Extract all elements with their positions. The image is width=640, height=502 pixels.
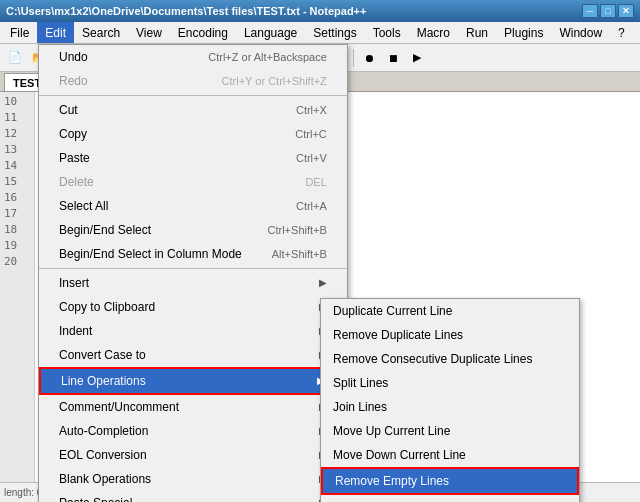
toolbar-macro-stop[interactable]: ⏹	[382, 47, 404, 69]
menu-settings[interactable]: Settings	[305, 22, 364, 43]
menu-help[interactable]: ?	[610, 22, 633, 43]
edit-cut[interactable]: Cut Ctrl+X	[39, 98, 347, 122]
edit-insert[interactable]: Insert ▶	[39, 271, 347, 295]
lo-removeemptyblank[interactable]: Remove Empty Lines (Containing Blank	[321, 495, 579, 502]
menu-plugins[interactable]: Plugins	[496, 22, 551, 43]
toolbar-new[interactable]: 📄	[4, 47, 26, 69]
line-numbers: 1011121314 151617181920	[0, 92, 35, 482]
edit-indent[interactable]: Indent ▶	[39, 319, 347, 343]
edit-copyclipboard[interactable]: Copy to Clipboard ▶	[39, 295, 347, 319]
lo-movedown[interactable]: Move Down Current Line	[321, 443, 579, 467]
edit-autocompletion[interactable]: Auto-Completion ▶	[39, 419, 347, 443]
edit-lineoperations[interactable]: Line Operations ▶	[39, 367, 347, 395]
sep-2	[39, 268, 347, 269]
menu-search[interactable]: Search	[74, 22, 128, 43]
lo-split[interactable]: Split Lines	[321, 371, 579, 395]
menu-file[interactable]: File	[2, 22, 37, 43]
lo-join[interactable]: Join Lines	[321, 395, 579, 419]
menu-window[interactable]: Window	[551, 22, 610, 43]
edit-pastespecial[interactable]: Paste Special ▶	[39, 491, 347, 502]
edit-blank[interactable]: Blank Operations ▶	[39, 467, 347, 491]
lo-moveup[interactable]: Move Up Current Line	[321, 419, 579, 443]
menu-tools[interactable]: Tools	[365, 22, 409, 43]
maximize-button[interactable]: □	[600, 4, 616, 18]
lo-removeempty[interactable]: Remove Empty Lines	[321, 467, 579, 495]
edit-beginend[interactable]: Begin/End Select Ctrl+Shift+B	[39, 218, 347, 242]
edit-dropdown[interactable]: Undo Ctrl+Z or Alt+Backspace Redo Ctrl+Y…	[38, 44, 348, 502]
menu-encoding[interactable]: Encoding	[170, 22, 236, 43]
edit-convertcase[interactable]: Convert Case to ▶	[39, 343, 347, 367]
edit-eol[interactable]: EOL Conversion ▶	[39, 443, 347, 467]
toolbar-macro-play[interactable]: ▶	[406, 47, 428, 69]
title-text: C:\Users\mx1x2\OneDrive\Documents\Test f…	[6, 5, 582, 17]
edit-undo[interactable]: Undo Ctrl+Z or Alt+Backspace	[39, 45, 347, 69]
close-button[interactable]: ✕	[618, 4, 634, 18]
lo-removedupe[interactable]: Remove Duplicate Lines	[321, 323, 579, 347]
lineops-submenu[interactable]: Duplicate Current Line Remove Duplicate …	[320, 298, 580, 502]
minimize-button[interactable]: ─	[582, 4, 598, 18]
sep-1	[39, 95, 347, 96]
lo-duplicate[interactable]: Duplicate Current Line	[321, 299, 579, 323]
edit-redo[interactable]: Redo Ctrl+Y or Ctrl+Shift+Z	[39, 69, 347, 93]
edit-delete[interactable]: Delete DEL	[39, 170, 347, 194]
lo-removeconsecdupe[interactable]: Remove Consecutive Duplicate Lines	[321, 347, 579, 371]
menu-run[interactable]: Run	[458, 22, 496, 43]
edit-columnselect[interactable]: Begin/End Select in Column Mode Alt+Shif…	[39, 242, 347, 266]
menu-view[interactable]: View	[128, 22, 170, 43]
title-bar: C:\Users\mx1x2\OneDrive\Documents\Test f…	[0, 0, 640, 22]
menu-bar: File Edit Search View Encoding Language …	[0, 22, 640, 44]
title-controls: ─ □ ✕	[582, 4, 634, 18]
edit-paste[interactable]: Paste Ctrl+V	[39, 146, 347, 170]
menu-edit[interactable]: Edit	[37, 22, 74, 43]
toolbar-sep-6	[353, 49, 354, 67]
menu-macro[interactable]: Macro	[409, 22, 458, 43]
edit-selectall[interactable]: Select All Ctrl+A	[39, 194, 347, 218]
toolbar-macro-rec[interactable]: ⏺	[358, 47, 380, 69]
edit-copy[interactable]: Copy Ctrl+C	[39, 122, 347, 146]
edit-comment[interactable]: Comment/Uncomment ▶	[39, 395, 347, 419]
menu-language[interactable]: Language	[236, 22, 305, 43]
